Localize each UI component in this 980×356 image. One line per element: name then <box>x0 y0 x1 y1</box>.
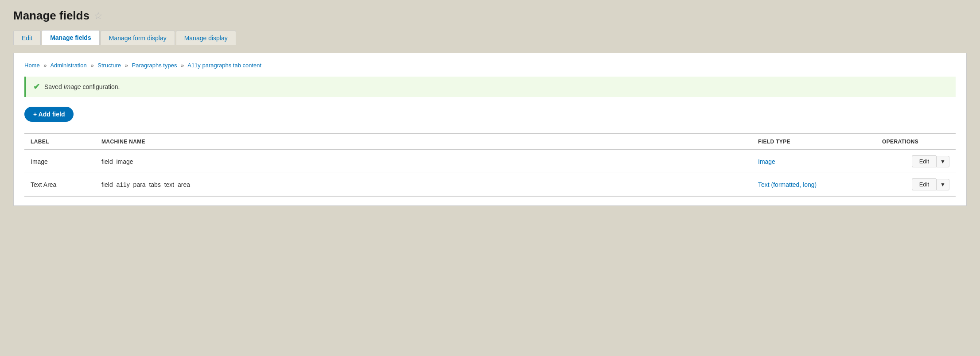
status-prefix: Saved <box>44 83 64 90</box>
breadcrumb-sep-3: » <box>125 62 128 69</box>
cell-label-0: Image <box>24 150 95 173</box>
col-header-machine-name: MACHINE NAME <box>95 134 752 150</box>
breadcrumb-sep-1: » <box>43 62 47 69</box>
page-title: Manage fields <box>13 9 89 23</box>
cell-operations-0: Edit ▼ <box>876 150 956 173</box>
status-message: ✔ Saved Image configuration. <box>24 77 956 97</box>
breadcrumb-home[interactable]: Home <box>24 62 40 69</box>
ops-group-1: Edit ▼ <box>882 178 949 190</box>
edit-button-1[interactable]: Edit <box>912 178 936 190</box>
edit-button-0[interactable]: Edit <box>912 155 936 167</box>
cell-operations-1: Edit ▼ <box>876 173 956 197</box>
checkmark-icon: ✔ <box>33 82 40 92</box>
breadcrumb-structure[interactable]: Structure <box>97 62 121 69</box>
tab-manage-fields[interactable]: Manage fields <box>42 30 100 45</box>
status-suffix: configuration. <box>81 83 120 90</box>
breadcrumb-administration[interactable]: Administration <box>50 62 86 69</box>
table-row: Text Area field_a11y_para_tabs_text_area… <box>24 173 956 197</box>
tab-manage-display[interactable]: Manage display <box>176 31 236 45</box>
cell-machine-name-1: field_a11y_para_tabs_text_area <box>95 173 752 197</box>
content-area: Home » Administration » Structure » Para… <box>13 53 967 206</box>
status-text: Saved Image configuration. <box>44 83 120 90</box>
tab-edit[interactable]: Edit <box>13 31 41 45</box>
cell-field-type-0: Image <box>752 150 876 173</box>
breadcrumb-sep-4: » <box>181 62 184 69</box>
fields-table: LABEL MACHINE NAME FIELD TYPE OPERATIONS… <box>24 133 956 197</box>
dropdown-button-1[interactable]: ▼ <box>936 179 949 190</box>
breadcrumb-sep-2: » <box>90 62 93 69</box>
status-italic: Image <box>64 83 81 90</box>
col-header-label: LABEL <box>24 134 95 150</box>
cell-field-type-1: Text (formatted, long) <box>752 173 876 197</box>
col-header-operations: OPERATIONS <box>876 134 956 150</box>
table-row: Image field_image Image Edit ▼ <box>24 150 956 173</box>
ops-group-0: Edit ▼ <box>882 155 949 167</box>
bookmark-star-icon[interactable]: ☆ <box>94 10 103 22</box>
breadcrumb-paragraphs-types[interactable]: Paragraphs types <box>132 62 177 69</box>
dropdown-button-0[interactable]: ▼ <box>936 156 949 167</box>
add-field-button[interactable]: + Add field <box>24 107 74 122</box>
col-header-field-type: FIELD TYPE <box>752 134 876 150</box>
tabs-bar: Edit Manage fields Manage form display M… <box>13 30 967 45</box>
cell-machine-name-0: field_image <box>95 150 752 173</box>
tab-manage-form-display[interactable]: Manage form display <box>101 31 175 45</box>
breadcrumb: Home » Administration » Structure » Para… <box>24 62 956 69</box>
breadcrumb-a11y-tab-content[interactable]: A11y paragraphs tab content <box>187 62 261 69</box>
field-type-link-0[interactable]: Image <box>758 158 775 165</box>
field-type-link-1[interactable]: Text (formatted, long) <box>758 181 817 188</box>
cell-label-1: Text Area <box>24 173 95 197</box>
